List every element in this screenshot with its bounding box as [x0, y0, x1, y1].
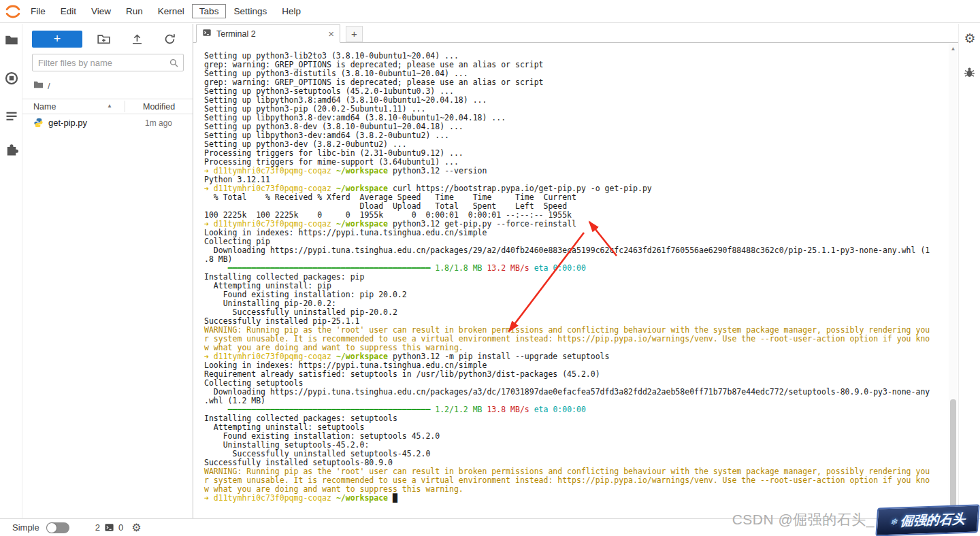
refresh-icon[interactable] [163, 33, 177, 46]
filter-files-input[interactable] [33, 54, 183, 71]
jupyterlab-window: File Edit View Run Kernel Tabs Settings … [0, 0, 980, 536]
column-name[interactable]: Name [33, 102, 56, 112]
new-folder-icon[interactable] [97, 33, 111, 46]
terminal-line: Downloading https://pypi.tuna.tsinghua.e… [204, 388, 945, 397]
terminal-line: Downloading https://pypi.tuna.tsinghua.e… [204, 246, 945, 255]
menu-settings[interactable]: Settings [226, 4, 274, 18]
home-folder-icon[interactable] [33, 80, 44, 92]
debugger-bug-icon[interactable] [963, 66, 977, 80]
terminal-line: Looking in indexes: https://pypi.tuna.ts… [204, 229, 945, 237]
file-modified: 1m ago [145, 118, 172, 128]
tab-label: Terminal 2 [216, 29, 323, 39]
file-browser-icon[interactable] [5, 33, 18, 47]
menu-view[interactable]: View [84, 4, 118, 18]
sort-ascending-icon: ▲ [107, 103, 112, 109]
terminal-count: 2 [95, 522, 100, 533]
terminal-output[interactable]: Setting up python3-lib2to3 (3.8.10-0ubun… [193, 43, 958, 518]
kernel-sessions-gear-icon[interactable]: ⚙ [131, 521, 141, 534]
file-list-header: Name ▲ Modified [22, 99, 193, 114]
terminal-status-icon[interactable] [104, 522, 114, 533]
python-file-icon [33, 118, 44, 128]
toggle-knob [47, 523, 56, 533]
author-badge: ❄ 倔强的石头 [875, 504, 979, 536]
menu-help[interactable]: Help [274, 4, 308, 18]
filter-files-box [32, 54, 184, 71]
activity-strip [0, 24, 22, 518]
close-tab-icon[interactable]: × [328, 29, 334, 39]
scrollbar: ▲ ▼ [949, 44, 958, 516]
tab-bar: Terminal 2 × + [193, 24, 958, 43]
main-content: Terminal 2 × + Setting up python3-lib2to… [193, 24, 958, 518]
terminal-line: ➜ d11tymhri0c73f0pqmg-coqaz ~/workspace … [204, 167, 945, 175]
terminal-line: ➜ d11tymhri0c73f0pqmg-coqaz ~/workspace … [204, 494, 945, 503]
csdn-watermark: CSDN @倔强的石头_ [732, 510, 875, 529]
column-modified[interactable]: Modified [143, 102, 175, 112]
scrollbar-thumb[interactable] [950, 399, 956, 507]
running-sessions-icon[interactable] [5, 71, 18, 85]
file-browser-panel: + / Name ▲ Modifi [22, 24, 193, 518]
simple-mode-label: Simple [12, 522, 39, 533]
menu-edit[interactable]: Edit [53, 4, 84, 18]
breadcrumb-root[interactable]: / [48, 81, 50, 91]
extensions-icon[interactable] [5, 144, 18, 157]
menu-bar: File Edit View Run Kernel Tabs Settings … [0, 0, 980, 23]
new-launcher-button[interactable]: + [32, 31, 82, 48]
file-browser-toolbar: + [22, 28, 193, 51]
snowflake-icon: ❄ [889, 516, 898, 526]
terminal-icon [202, 28, 212, 40]
badge-text: 倔强的石头 [900, 510, 966, 530]
terminal-line: Requirement already satisfied: setuptool… [204, 370, 945, 379]
property-inspector-gear-icon[interactable]: ⚙ [959, 31, 980, 46]
simple-mode-toggle[interactable] [46, 522, 69, 533]
table-of-contents-icon[interactable] [5, 110, 18, 123]
menu-run[interactable]: Run [118, 4, 150, 18]
upload-icon[interactable] [131, 33, 144, 46]
menu-file[interactable]: File [23, 4, 53, 18]
tab-terminal-2[interactable]: Terminal 2 × [196, 24, 340, 43]
menu-kernel[interactable]: Kernel [150, 4, 192, 18]
file-row[interactable]: get-pip.py 1m ago [22, 115, 193, 132]
menu-tabs[interactable]: Tabs [192, 4, 227, 18]
kernel-count: 0 [118, 522, 123, 533]
new-tab-button[interactable]: + [346, 26, 363, 42]
column-divider [125, 101, 125, 112]
scroll-up-icon[interactable]: ▲ [949, 46, 958, 52]
file-name: get-pip.py [48, 118, 87, 128]
right-sidebar-strip: ⚙ [958, 24, 980, 518]
jupyter-logo [3, 2, 23, 21]
breadcrumb: / [33, 80, 50, 92]
search-icon [169, 58, 179, 68]
